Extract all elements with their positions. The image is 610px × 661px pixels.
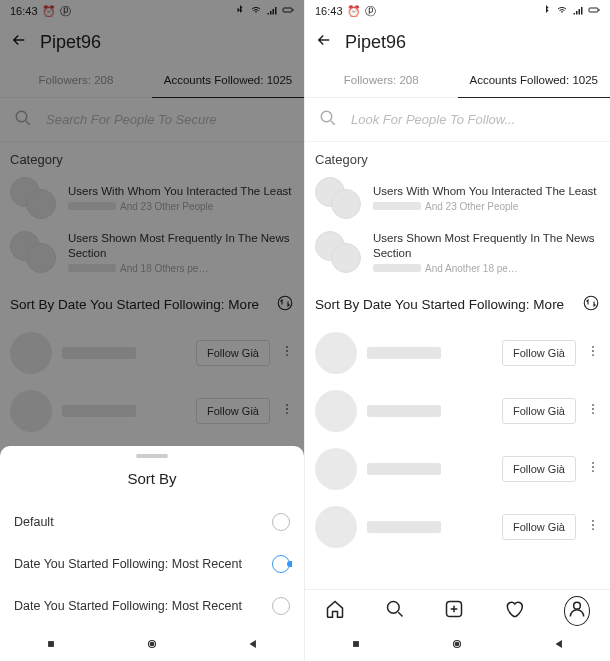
android-nav-bar [305,631,610,661]
pinterest-icon: ⓟ [365,4,376,19]
svg-point-20 [592,413,594,415]
wifi-icon [556,4,568,18]
sort-option[interactable]: Default [0,501,304,543]
more-icon[interactable] [586,344,600,361]
sort-toggle-icon[interactable] [582,294,600,316]
nav-home-icon[interactable] [450,637,464,655]
sort-option-label: Date You Started Following: Most Recent [14,599,242,613]
category-title: Users Shown Most Frequently In The News … [373,231,600,261]
svg-point-18 [592,404,594,406]
follow-button[interactable]: Follow Già [502,398,576,424]
category-row[interactable]: Users With Whom You Interacted The Least… [305,171,610,225]
sort-label: Sort By Date You Started Following: More [10,297,270,312]
svg-point-11 [150,642,154,646]
avatar[interactable] [315,390,357,432]
user-row: Follow Già [0,382,304,440]
avatar[interactable] [315,448,357,490]
svg-point-19 [592,408,594,410]
stacked-avatars-icon [315,177,361,219]
tabs: Followers: 208 Accounts Followed: 1025 [0,62,304,98]
svg-rect-12 [589,8,598,12]
follow-button[interactable]: Follow Già [502,340,576,366]
category-title: Users Shown Most Frequently In The News … [68,231,294,261]
back-icon[interactable] [10,31,28,53]
tab-following-label: Accounts Followed: 1025 [164,74,293,86]
profile-tab-icon[interactable] [564,596,590,626]
follow-button[interactable]: Follow Già [196,398,270,424]
sort-option-label: Default [14,515,54,529]
svg-rect-0 [283,8,292,12]
tab-following[interactable]: Accounts Followed: 1025 [458,62,611,97]
nav-back-icon[interactable] [552,637,566,655]
avatar[interactable] [10,332,52,374]
search-icon [319,109,337,131]
activity-heart-icon[interactable] [504,599,524,623]
bluetooth-icon [234,4,246,18]
category-row[interactable]: Users Shown Most Frequently In The News … [305,225,610,280]
stacked-avatars-icon [315,231,361,273]
stacked-avatars-icon [10,231,56,273]
tab-followers[interactable]: Followers: 208 [0,62,152,97]
status-bar: 16:43 ⏰ ⓟ [305,0,610,22]
wifi-icon [250,4,262,18]
tab-followers[interactable]: Followers: 208 [305,62,458,97]
nav-recent-icon[interactable] [349,637,363,655]
sheet-handle[interactable] [136,454,168,458]
more-icon[interactable] [586,460,600,477]
category-heading: Category [305,142,610,171]
category-row[interactable]: Users Shown Most Frequently In The News … [0,225,304,280]
page-title: Pipet96 [345,32,406,53]
tabs: Followers: 208 Accounts Followed: 1025 [305,62,610,98]
tab-following[interactable]: Accounts Followed: 1025 [152,62,304,97]
user-row: Follow Già [305,382,610,440]
more-icon[interactable] [586,402,600,419]
username-placeholder [367,347,441,359]
avatar[interactable] [315,506,357,548]
search-row[interactable]: Look For People To Follow... [305,98,610,142]
follow-button[interactable]: Follow Già [196,340,270,366]
tab-followers-label: Followers: 208 [344,74,419,86]
sort-bottom-sheet: Sort By Default Date You Started Followi… [0,446,304,631]
add-post-icon[interactable] [444,599,464,623]
svg-point-21 [592,462,594,464]
follow-button[interactable]: Follow Già [502,456,576,482]
search-row[interactable]: Search For People To Secure [0,98,304,142]
more-icon[interactable] [280,344,294,361]
avatar[interactable] [315,332,357,374]
sort-row: Sort By Date You Started Following: More [0,280,304,324]
signal-icon [266,4,278,18]
category-subtitle: And 23 Other People [68,201,294,212]
category-subtitle: And 23 Other People [373,201,600,212]
category-title: Users With Whom You Interacted The Least [68,184,294,199]
avatar[interactable] [10,390,52,432]
alarm-icon: ⏰ [347,5,361,18]
svg-point-23 [592,471,594,473]
sort-toggle-icon[interactable] [276,294,294,316]
svg-point-24 [592,520,594,522]
home-icon[interactable] [325,599,345,623]
more-icon[interactable] [586,518,600,535]
search-tab-icon[interactable] [385,599,405,623]
category-title: Users With Whom You Interacted The Least [373,184,600,199]
more-icon[interactable] [280,402,294,419]
nav-recent-icon[interactable] [44,637,58,655]
user-row: Follow Già [305,498,610,556]
sort-option[interactable]: Date You Started Following: Most Recent [0,543,304,585]
category-row[interactable]: Users With Whom You Interacted The Least… [0,171,304,225]
username-placeholder [367,405,441,417]
nav-back-icon[interactable] [246,637,260,655]
svg-point-13 [321,111,332,122]
category-heading: Category [0,142,304,171]
app-tab-bar [305,589,610,631]
title-bar: Pipet96 [305,22,610,62]
sort-option[interactable]: Date You Started Following: Most Recent [0,585,304,627]
back-icon[interactable] [315,31,333,53]
svg-point-27 [387,601,399,613]
status-time: 16:43 [10,5,38,17]
svg-point-29 [574,602,581,609]
bluetooth-icon [540,4,552,18]
follow-button[interactable]: Follow Già [502,514,576,540]
svg-point-2 [278,296,292,310]
nav-home-icon[interactable] [145,637,159,655]
svg-point-8 [286,413,288,415]
